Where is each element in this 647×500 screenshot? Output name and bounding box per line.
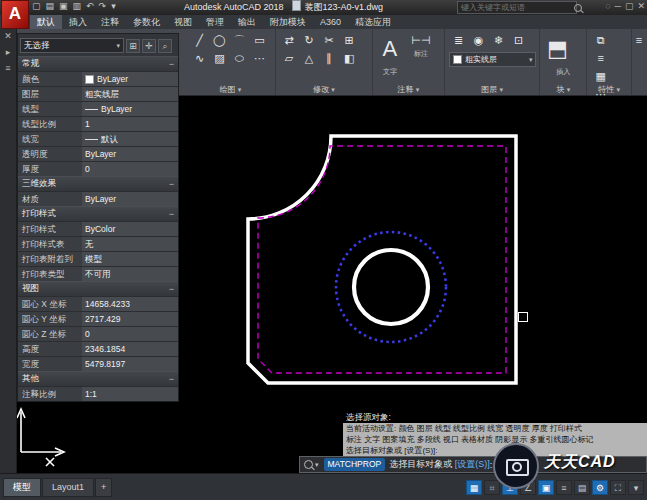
search-input[interactable]: [458, 3, 574, 12]
close-icon[interactable]: ✕: [637, 1, 645, 11]
open-file-icon[interactable]: ▤: [46, 1, 55, 11]
clean-screen-icon[interactable]: ⛶: [610, 480, 626, 495]
osnap-icon[interactable]: ▣: [538, 480, 554, 495]
arc-icon[interactable]: ⌒: [230, 32, 249, 49]
command-search-icon[interactable]: [304, 460, 313, 469]
bylayer-color-icon[interactable]: ▦: [591, 68, 610, 85]
property-value[interactable]: ByLayer: [82, 72, 178, 86]
polyline-icon[interactable]: ∿: [190, 50, 209, 67]
customize-icon[interactable]: ▾: [628, 480, 644, 495]
property-value[interactable]: 14658.4233: [82, 297, 178, 311]
more-draw-icon[interactable]: ⋯: [250, 50, 269, 67]
search-icon[interactable]: [574, 4, 582, 12]
copy-icon[interactable]: ⊞: [340, 32, 359, 49]
model-tab[interactable]: 模型: [3, 478, 41, 497]
layout1-tab[interactable]: Layout1: [42, 478, 94, 497]
application-menu-button[interactable]: A: [1, 0, 29, 29]
properties-panel-label[interactable]: 特性 ▾: [587, 84, 631, 95]
offset-icon[interactable]: ∥: [320, 50, 339, 67]
layers-panel-label[interactable]: 图层 ▾: [445, 84, 539, 95]
plot-icon[interactable]: ▥: [73, 1, 82, 11]
collapse-icon[interactable]: −: [169, 374, 174, 384]
property-value[interactable]: ByLayer: [82, 102, 178, 116]
property-value[interactable]: 无: [82, 237, 178, 251]
palette-autohide-icon[interactable]: ▸: [6, 47, 11, 57]
new-file-icon[interactable]: ▢: [32, 1, 41, 11]
pickadd-toggle-icon[interactable]: ⊞: [126, 39, 140, 53]
layer-properties-icon[interactable]: ≣: [449, 32, 468, 49]
fillet-icon[interactable]: △: [300, 50, 319, 67]
section-header-view[interactable]: 视图 −: [18, 281, 178, 296]
snap-icon[interactable]: ⌗: [484, 480, 500, 495]
help-search-box[interactable]: [457, 1, 577, 14]
layer-on-icon[interactable]: ◉: [469, 32, 488, 49]
ribbon-tab-annotate[interactable]: 注释: [94, 15, 126, 29]
command-option-link[interactable]: [设置(S)]: [455, 458, 490, 471]
ribbon-tab-output[interactable]: 输出: [231, 15, 263, 29]
workspace-icon[interactable]: ⚙: [592, 480, 608, 495]
redo-icon[interactable]: ↷: [99, 1, 107, 11]
line-icon[interactable]: ╱: [190, 32, 209, 49]
select-objects-icon[interactable]: ✛: [142, 39, 156, 53]
annotation-panel-label[interactable]: 注释 ▾: [373, 84, 444, 95]
property-value[interactable]: 默认: [82, 132, 178, 146]
property-value[interactable]: 1:1: [82, 387, 178, 401]
section-header-plotstyle[interactable]: 打印样式 −: [18, 206, 178, 221]
annotation-scale-icon[interactable]: ▤: [574, 480, 590, 495]
grid-icon[interactable]: ▦: [466, 480, 482, 495]
section-header-misc[interactable]: 其他 −: [18, 371, 178, 386]
match-properties-icon[interactable]: ⧉: [591, 32, 610, 49]
property-value[interactable]: 5479.8197: [82, 357, 178, 371]
modify-panel-label[interactable]: 修改 ▾: [276, 84, 372, 95]
layer-lock-icon[interactable]: ⊡: [509, 32, 528, 49]
mirror-icon[interactable]: ▱: [280, 50, 299, 67]
ribbon-tab-manage[interactable]: 管理: [199, 15, 231, 29]
collapse-icon[interactable]: −: [169, 179, 174, 189]
ribbon-more-icon[interactable]: ≡: [633, 32, 645, 49]
ribbon-tab-view[interactable]: 视图: [167, 15, 199, 29]
move-icon[interactable]: ⇄: [280, 32, 299, 49]
property-value[interactable]: 粗实线层: [82, 87, 178, 101]
collapse-icon[interactable]: −: [169, 59, 174, 69]
lineweight-icon[interactable]: ≡: [556, 480, 572, 495]
ribbon-tab-home[interactable]: 默认: [30, 15, 62, 29]
draw-panel-label[interactable]: 绘图 ▾: [186, 84, 275, 95]
layer-freeze-icon[interactable]: ❄: [489, 32, 508, 49]
block-panel-label[interactable]: 块 ▾: [540, 84, 586, 95]
selection-dropdown[interactable]: 无选择 ▾: [20, 38, 124, 53]
property-value[interactable]: 0: [82, 327, 178, 341]
trim-icon[interactable]: ✂: [320, 32, 339, 49]
ribbon-tab-addins[interactable]: 附加模块: [263, 15, 313, 29]
quick-select-icon[interactable]: ⌕: [158, 39, 172, 53]
ribbon-tab-a360[interactable]: A360: [313, 15, 348, 29]
save-icon[interactable]: ▣: [59, 1, 68, 11]
property-value[interactable]: 2717.429: [82, 312, 178, 326]
property-value[interactable]: 不可用: [82, 267, 178, 281]
minimize-icon[interactable]: ─: [615, 1, 621, 11]
palette-close-icon[interactable]: ✕: [4, 31, 12, 41]
undo-icon[interactable]: ↶: [86, 1, 94, 11]
property-value[interactable]: ByLayer: [82, 192, 178, 206]
qat-dropdown-icon[interactable]: ▾: [111, 1, 116, 11]
command-options-icon[interactable]: ▾: [315, 461, 319, 469]
property-value[interactable]: 2346.1854: [82, 342, 178, 356]
section-header-general[interactable]: 常规 −: [18, 56, 178, 71]
property-value[interactable]: ByLayer: [82, 147, 178, 161]
insert-block-icon[interactable]: ⬒: [544, 32, 570, 66]
properties-list-icon[interactable]: ≡: [591, 50, 610, 67]
collapse-icon[interactable]: −: [169, 284, 174, 294]
property-value[interactable]: ByColor: [82, 222, 178, 236]
hatch-icon[interactable]: ▨: [210, 50, 229, 67]
layer-dropdown[interactable]: 粗实线层 ▾: [449, 52, 536, 67]
new-layout-button[interactable]: +: [95, 478, 112, 497]
collapse-icon[interactable]: −: [169, 209, 174, 219]
section-header-3d[interactable]: 三维效果 −: [18, 176, 178, 191]
palette-properties-icon[interactable]: ≡: [5, 63, 10, 73]
rectangle-icon[interactable]: ▭: [250, 32, 269, 49]
rotate-icon[interactable]: ↻: [300, 32, 319, 49]
ribbon-tab-featured-apps[interactable]: 精选应用: [348, 15, 398, 29]
property-value[interactable]: 0: [82, 162, 178, 176]
dimension-icon[interactable]: ⊢⊣: [404, 32, 438, 49]
property-value[interactable]: 1: [82, 117, 178, 131]
text-tool-icon[interactable]: A: [377, 32, 403, 66]
